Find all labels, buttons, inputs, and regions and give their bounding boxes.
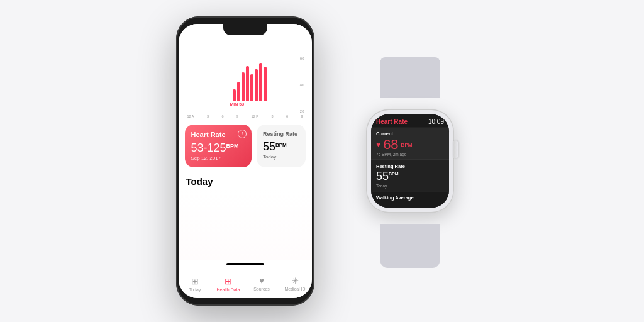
medical-tab-icon: ✳ <box>292 276 299 286</box>
card-primary-title: Heart Rate <box>191 131 245 138</box>
bar-1 <box>233 89 236 101</box>
bpm-unit: BPM <box>226 142 239 148</box>
x-label-9: 9 <box>236 114 238 118</box>
iphone-device: MIN 53 60 40 20 12 A 3 6 9 12 P 3 6 <box>176 16 314 306</box>
grid-label-40: 40 <box>286 83 304 87</box>
watch-header: Heart Rate 10:09 <box>371 114 449 128</box>
card-date: Sep 12, 2017 <box>191 155 245 161</box>
watch-walking-label: Walking Average <box>376 194 444 200</box>
sources-tab-icon: ♥ <box>259 276 264 286</box>
heart-rate-card[interactable]: Heart Rate i 53-125BPM Sep 12, 2017 <box>185 125 252 167</box>
x-label-6: 6 <box>222 114 224 118</box>
watch-device: Heart Rate 10:09 Current ♥ 68BPM 75 BPM,… <box>352 92 469 230</box>
watch-resting-label: Resting Rate <box>376 164 444 169</box>
heart-icon: ♥ <box>376 140 380 149</box>
bar-4 <box>246 66 249 101</box>
resting-rate-title: Resting Rate <box>263 131 299 137</box>
today-tab-icon: ⊞ <box>191 276 199 286</box>
bar-2 <box>237 82 240 101</box>
watch-app-title: Heart Rate <box>376 118 408 125</box>
tab-sources[interactable]: ♥ Sources <box>245 276 279 292</box>
watch-band-top <box>380 57 440 98</box>
bar-7 <box>259 63 262 101</box>
chart-grid: 60 40 20 <box>286 57 304 113</box>
watch-current-row: ♥ 68BPM <box>376 138 444 152</box>
watch-resting-bpm-row: 55BPM <box>376 170 444 183</box>
watch-current-unit: BPM <box>401 142 413 147</box>
resting-rate-card[interactable]: Resting Rate 55BPM Today <box>257 125 306 167</box>
tab-bar: ⊞ Today ⊞ Health Data ♥ Sources ✳ Medica… <box>179 272 312 298</box>
watch-walking-section: Walking Average <box>371 191 449 208</box>
x-label-3: 3 <box>207 114 209 118</box>
x-axis-date: Sep 12 <box>186 118 304 119</box>
watch-current-sub: 75 BPM, 2m ago <box>376 152 444 157</box>
main-scene: MIN 53 60 40 20 12 A 3 6 9 12 P 3 6 <box>176 16 469 306</box>
bpm-range: 53-125 <box>191 142 226 154</box>
chart-bars <box>233 57 267 101</box>
watch-resting-unit: BPM <box>389 172 399 176</box>
watch-resting-section: Resting Rate 55BPM Today <box>371 160 449 192</box>
tab-medical-label: Medical ID <box>284 287 305 291</box>
x-label-12p: 12 P <box>252 114 258 118</box>
health-data-tab-icon: ⊞ <box>225 276 232 286</box>
tab-today[interactable]: ⊞ Today <box>179 276 212 292</box>
bar-5 <box>250 74 253 101</box>
watch-crown[interactable] <box>453 141 458 158</box>
cards-section: Heart Rate i 53-125BPM Sep 12, 2017 Rest… <box>179 119 312 172</box>
home-indicator <box>226 263 264 265</box>
iphone-screen: MIN 53 60 40 20 12 A 3 6 9 12 P 3 6 <box>179 24 312 298</box>
bar-3 <box>242 72 245 101</box>
watch-current-label: Current <box>376 131 444 136</box>
resting-sub: Today <box>263 154 299 160</box>
resting-bpm: 55 <box>263 140 275 153</box>
tab-today-label: Today <box>189 287 201 292</box>
bar-6 <box>255 69 258 101</box>
watch-clock: 10:09 <box>428 118 444 125</box>
tab-medical-id[interactable]: ✳ Medical ID <box>279 276 312 292</box>
grid-label-60: 60 <box>286 57 304 60</box>
tab-health-data[interactable]: ⊞ Health Data <box>212 276 245 292</box>
watch-band-bottom <box>380 224 440 268</box>
resting-bpm-unit: BPM <box>275 142 287 147</box>
x-label-9b: 9 <box>301 114 303 118</box>
x-label-6b: 6 <box>286 114 288 118</box>
home-indicator-area <box>179 260 312 272</box>
watch-current-bpm: 68 <box>383 138 398 152</box>
watch-body: Heart Rate 10:09 Current ♥ 68BPM 75 BPM,… <box>366 109 454 213</box>
heart-rate-chart: MIN 53 60 40 20 <box>186 57 304 113</box>
tab-health-data-label: Health Data <box>217 287 240 292</box>
resting-bpm-display: 55BPM <box>263 141 299 153</box>
today-label: Today <box>179 172 312 189</box>
watch-resting-sub: Today <box>376 183 444 187</box>
watch-current-section: Current ♥ 68BPM 75 BPM, 2m ago <box>371 128 449 160</box>
iphone-notch <box>223 24 267 35</box>
watch-resting-bpm: 55 <box>376 170 389 182</box>
tab-sources-label: Sources <box>253 287 270 291</box>
bar-8 <box>264 67 267 101</box>
chart-min-label: MIN 53 <box>230 102 245 106</box>
chart-area: MIN 53 60 40 20 12 A 3 6 9 12 P 3 6 <box>179 24 312 119</box>
grid-label-20: 20 <box>286 109 304 113</box>
x-label-3b: 3 <box>271 114 273 118</box>
info-button[interactable]: i <box>238 130 247 138</box>
bpm-range-display: 53-125BPM <box>191 142 245 154</box>
watch-screen: Heart Rate 10:09 Current ♥ 68BPM 75 BPM,… <box>371 114 449 208</box>
